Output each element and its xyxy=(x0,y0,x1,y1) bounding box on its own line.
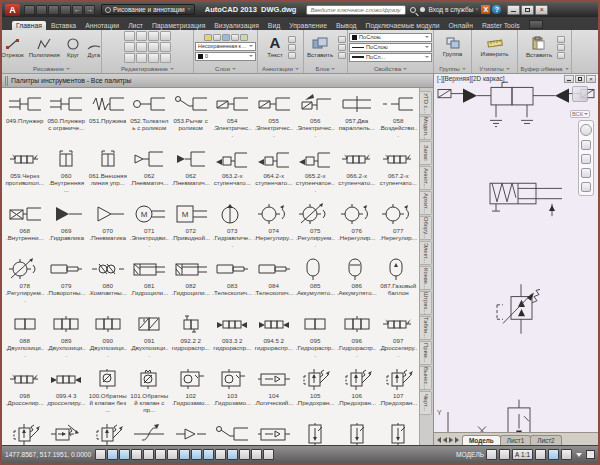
palette-item[interactable]: 062 .Пневматич... xyxy=(129,146,171,201)
exchange-icon[interactable]: X xyxy=(481,5,490,14)
doc-minimize-button[interactable] xyxy=(564,75,574,83)
viewport-controls[interactable]: [-][Верхняя][2D каркас] xyxy=(437,75,504,82)
palette-item[interactable]: 087.Газовый баллон xyxy=(378,256,420,311)
layer-tool-icon[interactable] xyxy=(231,34,239,41)
palette-item[interactable] xyxy=(378,421,420,445)
palette-item[interactable]: 067.2-х ступенчато... xyxy=(378,146,420,201)
palette-item[interactable]: 093.3 2 гидрораспр... xyxy=(212,311,254,366)
palette-item[interactable]: 049.Плунжер xyxy=(4,91,46,146)
edit-block-icon[interactable] xyxy=(338,44,346,51)
palette-item[interactable]: 066.2-х ступенчато... xyxy=(336,146,378,201)
drawing-canvas[interactable]: [-][Верхняя][2D каркас] × ВСК xyxy=(434,74,598,445)
ribbon-tab-вид[interactable]: Вид xyxy=(264,21,284,30)
palette-tab[interactable]: Обору... xyxy=(420,216,432,240)
panel-modify-label[interactable]: Редактирование xyxy=(102,64,193,73)
palette-item[interactable]: 058 .Воздействи... xyxy=(378,91,420,146)
palette-item[interactable]: 101.Обратный клапан с пр... xyxy=(129,366,171,421)
palette-item[interactable]: 055 .Электричес... xyxy=(253,91,295,146)
layer-tool-icon[interactable] xyxy=(222,34,230,41)
palette-item[interactable]: 099.4 3 дросселиру... xyxy=(46,366,88,421)
layer-current-dropdown[interactable]: 0 xyxy=(195,52,256,61)
lineweight-dropdown[interactable]: ПоСл... xyxy=(349,53,432,62)
status-toggle-button[interactable] xyxy=(239,449,250,460)
palette-item[interactable]: М071 .Электродви... xyxy=(129,201,171,256)
palette-item[interactable]: 095 .Гидрораспр... xyxy=(295,311,337,366)
layer-tool-icon[interactable] xyxy=(213,34,221,41)
palette-item[interactable]: 080 .Компактны... xyxy=(87,256,129,311)
status-toggle-button[interactable] xyxy=(131,449,142,460)
modify-tool-button[interactable] xyxy=(160,31,171,41)
search-input[interactable] xyxy=(306,5,406,15)
layer-tool-icon[interactable] xyxy=(204,34,212,41)
palette-item[interactable]: 063.2-х ступенчато... xyxy=(212,146,254,201)
palette-item[interactable] xyxy=(4,421,46,445)
layout-tab-модель[interactable]: Модель xyxy=(462,435,501,445)
palette-item[interactable]: 053.Рычаг с роликом xyxy=(170,91,212,146)
palette-item[interactable]: 081 .Гидроцили... xyxy=(129,256,171,311)
search-icon[interactable] xyxy=(410,7,416,13)
draw-tool-circle[interactable]: Круг xyxy=(63,37,83,58)
panel-properties-label[interactable]: Свойства xyxy=(348,64,433,73)
palette-item[interactable]: 075 .Регулируем... xyxy=(295,201,337,256)
model-space-label[interactable]: МОДЕЛЬ xyxy=(456,451,484,458)
insert-block-button[interactable]: Вставить xyxy=(304,37,336,58)
signin-label[interactable]: Вход в службы xyxy=(428,6,473,13)
palette-item[interactable]: 098 .Дросселир... xyxy=(4,366,46,421)
panel-annotation-label[interactable]: Аннотации xyxy=(258,64,303,73)
layout-nav-arrows[interactable] xyxy=(434,437,462,445)
palette-item[interactable]: 073 .Гидравличе... xyxy=(212,201,254,256)
palette-tab[interactable]: Штрих... xyxy=(420,291,432,315)
layout-tab-лист1[interactable]: Лист1 xyxy=(500,435,531,445)
palette-item[interactable]: М072 .Приводной... xyxy=(170,201,212,256)
viewcube[interactable]: ВСК xyxy=(567,86,593,120)
palette-item[interactable]: 051.Пружина xyxy=(87,91,129,146)
modify-tool-button[interactable] xyxy=(124,31,135,41)
open-file-button[interactable] xyxy=(36,5,47,15)
modify-tool-button[interactable] xyxy=(148,42,159,52)
cleanscreen-button[interactable] xyxy=(586,450,595,459)
draw-tool-poly[interactable]: Полилиния xyxy=(27,37,62,58)
palette-tab[interactable]: УГО с... xyxy=(420,91,432,115)
modify-tool-button[interactable] xyxy=(160,53,171,63)
doc-close-button[interactable]: × xyxy=(586,75,596,83)
layer-tool-icon[interactable] xyxy=(240,34,248,41)
palette-item[interactable]: 094.5 2 гидрораспр... xyxy=(253,311,295,366)
panel-layers-label[interactable]: Слои xyxy=(194,64,257,73)
measure-button[interactable]: Измерить xyxy=(478,37,512,57)
palette-item[interactable]: 083 .Телескопич... xyxy=(212,256,254,311)
doc-restore-button[interactable] xyxy=(575,75,585,83)
pan-icon[interactable] xyxy=(581,140,591,150)
palette-item[interactable]: 100.Обратный клапан без ... xyxy=(87,366,129,421)
annotation-visibility-button[interactable] xyxy=(535,449,546,460)
palette-item[interactable]: 064.2-х ступенчато... xyxy=(253,146,295,201)
palette-tab[interactable]: Элект... xyxy=(420,241,432,265)
palette-tab[interactable]: Вынес... xyxy=(420,366,432,390)
palette-item[interactable]: 068 .Внутренни... xyxy=(4,201,46,256)
status-toggle-button[interactable] xyxy=(215,449,226,460)
panel-utilities-label[interactable]: Утилиты xyxy=(472,64,517,73)
palette-item[interactable]: 088 .Двухпозици... xyxy=(4,311,46,366)
ribbon-tab-визуализация[interactable]: Визуализация xyxy=(210,21,263,30)
ribbon-tab-управление[interactable]: Управление xyxy=(285,21,331,30)
showmotion-icon[interactable] xyxy=(581,182,591,192)
palette-item[interactable]: 106 .Предохран... xyxy=(336,366,378,421)
palette-item[interactable] xyxy=(253,421,295,445)
draw-tool-arc[interactable]: Дуга xyxy=(84,37,101,58)
model-toggle-button[interactable] xyxy=(486,449,497,460)
ribbon-tab-вывод[interactable]: Вывод xyxy=(332,21,361,30)
palette-item[interactable]: 074 .Нерегулиру... xyxy=(253,201,295,256)
attrib-icon[interactable] xyxy=(338,52,346,59)
status-toggle-button[interactable] xyxy=(167,449,178,460)
ribbon-tab-raster-tools[interactable]: Raster Tools xyxy=(478,21,524,30)
viewcube-icon[interactable] xyxy=(572,86,588,102)
layout-toggle-button[interactable] xyxy=(499,449,510,460)
palette-item[interactable]: 060 .Внутренняя ... xyxy=(46,146,88,201)
palette-item[interactable]: 092.2 2 гидрораспр... xyxy=(170,311,212,366)
palette-tab[interactable]: Черт... xyxy=(420,391,432,415)
close-button[interactable]: × xyxy=(535,5,548,15)
palette-title-bar[interactable]: Палитры инструментов - Все палитры xyxy=(2,74,433,88)
signin-chevron-icon[interactable] xyxy=(475,8,479,11)
palette-item[interactable] xyxy=(87,421,129,445)
new-file-button[interactable] xyxy=(24,5,35,15)
modify-tool-button[interactable] xyxy=(136,53,147,63)
